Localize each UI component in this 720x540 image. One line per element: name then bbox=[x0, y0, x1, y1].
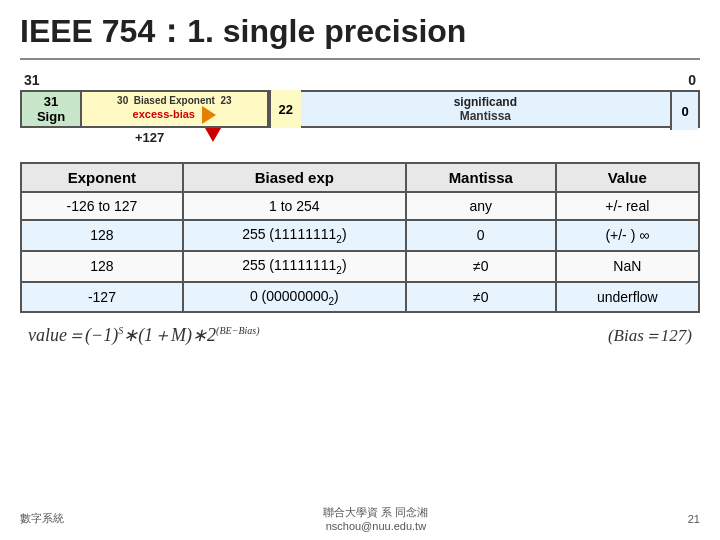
arrow-area: +127 bbox=[20, 128, 700, 158]
footer: 數字系統 聯合大學資 系 同念湘 nschou@nuu.edu.tw 21 bbox=[20, 505, 700, 532]
bit-bar-top-numbers: 31 0 bbox=[20, 70, 700, 90]
table-row: 128 255 (111111112) ≠0 NaN bbox=[21, 251, 699, 282]
cell-exponent-1: 128 bbox=[21, 220, 183, 251]
table-row: -127 0 (000000002) ≠0 underflow bbox=[21, 282, 699, 313]
slide: IEEE 754：1. single precision 31 0 31 Sig… bbox=[0, 0, 720, 540]
col-header-exponent: Exponent bbox=[21, 163, 183, 192]
bit-mantissa-num-left: 22 bbox=[269, 92, 301, 126]
mantissa-num-22: 22 bbox=[269, 90, 301, 128]
table-header-row: Exponent Biased exp Mantissa Value bbox=[21, 163, 699, 192]
arrow-down-icon bbox=[205, 128, 221, 142]
bit-sign-top: 31 bbox=[44, 94, 58, 109]
col-header-value: Value bbox=[556, 163, 699, 192]
cell-mantissa-3: ≠0 bbox=[406, 282, 556, 313]
bit-mantissa-label: significand bbox=[454, 95, 517, 109]
cell-exponent-2: 128 bbox=[21, 251, 183, 282]
cell-value-2: NaN bbox=[556, 251, 699, 282]
cell-exponent-0: -126 to 127 bbox=[21, 192, 183, 220]
bit-exponent-label: 30 Biased Exponent 23 bbox=[117, 95, 232, 106]
cell-biased-exp-0: 1 to 254 bbox=[183, 192, 406, 220]
footer-center-line1: 聯合大學資 系 同念湘 bbox=[64, 505, 688, 520]
bit-sign-bottom: Sign bbox=[37, 109, 65, 124]
col-header-mantissa: Mantissa bbox=[406, 163, 556, 192]
bias-note: (Bias＝127) bbox=[608, 324, 692, 347]
cell-biased-exp-1: 255 (111111112) bbox=[183, 220, 406, 251]
footer-center: 聯合大學資 系 同念湘 nschou@nuu.edu.tw bbox=[64, 505, 688, 532]
mantissa-num-0: 0 bbox=[670, 92, 698, 130]
bit-top-left: 31 bbox=[24, 72, 40, 88]
cell-exponent-3: -127 bbox=[21, 282, 183, 313]
cell-mantissa-1: 0 bbox=[406, 220, 556, 251]
col-header-biased-exp: Biased exp bbox=[183, 163, 406, 192]
cell-mantissa-0: any bbox=[406, 192, 556, 220]
footer-center-line2: nschou@nuu.edu.tw bbox=[64, 520, 688, 532]
bit-sign-cell: 31 Sign bbox=[22, 92, 82, 126]
table-row: -126 to 127 1 to 254 any +/- real bbox=[21, 192, 699, 220]
cell-value-1: (+/- ) ∞ bbox=[556, 220, 699, 251]
bit-exponent-sub: excess-bias bbox=[133, 106, 216, 124]
bias-label: +127 bbox=[135, 130, 164, 145]
cell-biased-exp-3: 0 (000000002) bbox=[183, 282, 406, 313]
formula-text: value＝(−1)S∗(1＋M)∗2(BE−Bias) bbox=[28, 323, 260, 347]
bit-row: 31 Sign 30 Biased Exponent 23 excess-bia… bbox=[20, 90, 700, 128]
formula-area: value＝(−1)S∗(1＋M)∗2(BE−Bias) (Bias＝127) bbox=[20, 319, 700, 351]
footer-left: 數字系統 bbox=[20, 511, 64, 526]
footer-right: 21 bbox=[688, 513, 700, 525]
cell-mantissa-2: ≠0 bbox=[406, 251, 556, 282]
cell-value-3: underflow bbox=[556, 282, 699, 313]
table-row: 128 255 (111111112) 0 (+/- ) ∞ bbox=[21, 220, 699, 251]
bit-mantissa-sub: Mantissa bbox=[460, 109, 511, 123]
cell-biased-exp-2: 255 (111111112) bbox=[183, 251, 406, 282]
bit-exponent-cell: 30 Biased Exponent 23 excess-bias bbox=[82, 92, 269, 126]
bit-mantissa-cell: significand Mantissa bbox=[301, 92, 670, 126]
main-table: Exponent Biased exp Mantissa Value -126 … bbox=[20, 162, 700, 313]
cell-value-0: +/- real bbox=[556, 192, 699, 220]
excess-bias-arrow bbox=[202, 106, 216, 124]
bit-top-right: 0 bbox=[688, 72, 696, 88]
slide-title: IEEE 754：1. single precision bbox=[20, 10, 700, 60]
